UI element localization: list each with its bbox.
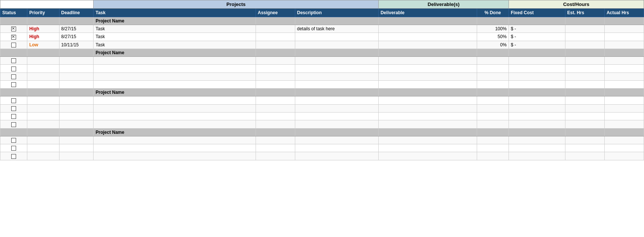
- description-cell: [295, 152, 378, 160]
- status-cell[interactable]: [0, 152, 27, 160]
- assignee-cell: [256, 80, 295, 88]
- status-checkbox-unchecked[interactable]: [11, 98, 16, 103]
- status-cell[interactable]: [0, 25, 27, 33]
- priority-cell: [27, 120, 59, 128]
- actual-hrs-cell: [604, 65, 644, 73]
- col-header-deadline: Deadline: [59, 9, 94, 17]
- status-cell[interactable]: [0, 144, 27, 152]
- assignee-cell: [256, 56, 295, 64]
- table-row: [0, 112, 644, 120]
- status-checkbox-unchecked[interactable]: [11, 138, 16, 143]
- project-title-esthrs-cell: [565, 89, 604, 96]
- priority-cell: [27, 65, 59, 73]
- project-title-description-cell: [295, 49, 378, 56]
- status-cell[interactable]: [0, 120, 27, 128]
- project-title-fixedcost-cell: [509, 17, 565, 25]
- status-cell[interactable]: [0, 96, 27, 104]
- status-checkbox-unchecked[interactable]: [11, 146, 16, 151]
- actual-hrs-cell: [604, 96, 644, 104]
- status-checkbox-unchecked[interactable]: [11, 106, 16, 111]
- pct-done-cell: [477, 104, 509, 112]
- status-cell[interactable]: [0, 136, 27, 144]
- task-cell: Task: [94, 33, 256, 41]
- status-cell[interactable]: [0, 33, 27, 41]
- task-cell: [94, 96, 256, 104]
- status-cell[interactable]: [0, 80, 27, 88]
- status-checkbox-unchecked[interactable]: [11, 122, 16, 127]
- assignee-cell: [256, 25, 295, 33]
- actual-hrs-cell: [604, 80, 644, 88]
- column-header-row: Status Priority Deadline Task Assignee D…: [0, 9, 644, 17]
- project-title-priority-cell: [27, 89, 59, 96]
- col-header-priority: Priority: [27, 9, 59, 17]
- description-cell: [295, 33, 378, 41]
- project-title-pctdone-cell: [477, 128, 509, 136]
- project-title-assignee-cell: [256, 17, 295, 25]
- assignee-cell: [256, 120, 295, 128]
- deadline-cell: [59, 152, 94, 160]
- status-checkbox-unchecked[interactable]: [11, 43, 16, 47]
- task-cell: Task: [94, 25, 256, 33]
- pct-done-cell: [477, 56, 509, 64]
- status-cell[interactable]: [0, 112, 27, 120]
- deliverable-cell: [378, 136, 477, 144]
- est-hrs-cell: [565, 65, 604, 73]
- priority-cell: [27, 112, 59, 120]
- status-cell[interactable]: [0, 56, 27, 64]
- status-checkbox-checked[interactable]: [11, 35, 16, 40]
- deliverable-cell: [378, 65, 477, 73]
- est-hrs-cell: [565, 144, 604, 152]
- fixed-cost-cell: [509, 104, 565, 112]
- deliverable-cell: [378, 56, 477, 64]
- project-title-deadline-cell: [59, 89, 94, 96]
- project-title-assignee-cell: [256, 49, 295, 56]
- col-header-actualhrs: Actual Hrs: [604, 9, 644, 17]
- status-checkbox-unchecked[interactable]: [11, 58, 16, 63]
- priority-cell: [27, 104, 59, 112]
- task-cell: [94, 144, 256, 152]
- table-row: [0, 144, 644, 152]
- assignee-cell: [256, 65, 295, 73]
- est-hrs-cell: [565, 41, 604, 49]
- table-row: [0, 120, 644, 128]
- status-checkbox-unchecked[interactable]: [11, 114, 16, 119]
- project-title-fixedcost-cell: [509, 89, 565, 96]
- project-title-deadline-cell: [59, 128, 94, 136]
- fixed-cost-cell: [509, 144, 565, 152]
- status-cell[interactable]: [0, 41, 27, 49]
- est-hrs-cell: [565, 80, 604, 88]
- status-checkbox-unchecked[interactable]: [11, 74, 16, 79]
- pct-done-cell: [477, 73, 509, 80]
- deliverable-cell: [378, 33, 477, 41]
- status-cell[interactable]: [0, 65, 27, 73]
- status-checkbox-checked[interactable]: [11, 27, 16, 31]
- status-cell[interactable]: [0, 73, 27, 80]
- project-title-deliverable-cell: [378, 49, 477, 56]
- deadline-cell: 10/11/15: [59, 41, 94, 49]
- deliverable-cell: [378, 120, 477, 128]
- est-hrs-cell: [565, 152, 604, 160]
- project-title-status-cell: [0, 49, 27, 56]
- project-title-actualhrs-cell: [604, 128, 644, 136]
- task-cell: [94, 112, 256, 120]
- status-checkbox-unchecked[interactable]: [11, 67, 16, 71]
- project-title-assignee-cell: [256, 89, 295, 96]
- est-hrs-cell: [565, 104, 604, 112]
- pct-done-cell: 0%: [477, 41, 509, 49]
- deadline-cell: [59, 104, 94, 112]
- status-checkbox-unchecked[interactable]: [11, 154, 16, 159]
- priority-cell: Low: [27, 41, 59, 49]
- project-title-fixedcost-cell: [509, 128, 565, 136]
- project-name-cell: Project Name: [94, 89, 256, 96]
- deadline-cell: [59, 65, 94, 73]
- status-cell[interactable]: [0, 104, 27, 112]
- col-header-task: Task: [94, 9, 256, 17]
- fixed-cost-cell: $ -: [509, 33, 565, 41]
- status-checkbox-unchecked[interactable]: [11, 82, 16, 87]
- actual-hrs-cell: [604, 56, 644, 64]
- description-cell: [295, 96, 378, 104]
- task-cell: [94, 120, 256, 128]
- fixed-cost-cell: [509, 152, 565, 160]
- pct-done-cell: [477, 112, 509, 120]
- description-cell: details of task here: [295, 25, 378, 33]
